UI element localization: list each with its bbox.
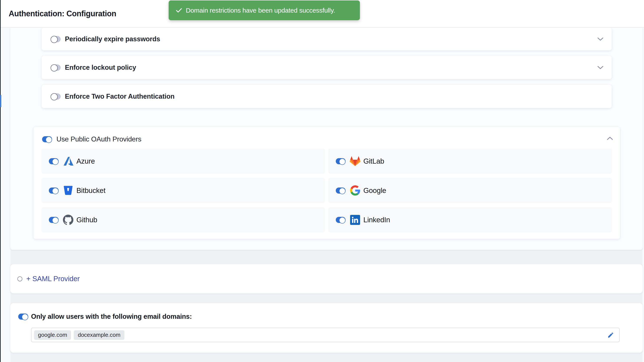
provider-row-linkedin[interactable]: LinkedIn <box>328 207 612 232</box>
oauth-section-label: Use Public OAuth Providers <box>56 135 141 143</box>
toast-message: Domain restrictions have been updated su… <box>186 7 335 14</box>
sidebar-edge <box>0 0 1 362</box>
two-factor-toggle[interactable] <box>50 93 60 100</box>
setting-row-lockout-policy[interactable]: Enforce lockout policy <box>42 56 612 79</box>
github-icon <box>62 214 74 226</box>
lockout-policy-toggle[interactable] <box>50 65 60 71</box>
scroll-position-indicator[interactable] <box>0 95 1 107</box>
email-domains-header: Only allow users with the following emai… <box>18 313 192 320</box>
gitlab-icon <box>350 155 361 167</box>
email-domains-input[interactable]: google.com docexample.com <box>31 328 620 342</box>
success-toast: Domain restrictions have been updated su… <box>169 1 360 20</box>
setting-row-two-factor[interactable]: Enforce Two Factor Authentication <box>42 85 612 108</box>
saml-provider-card: + SAML Provider <box>10 264 642 293</box>
chevron-up-icon[interactable] <box>607 136 613 140</box>
email-domains-toggle[interactable] <box>18 313 28 320</box>
github-toggle[interactable] <box>49 217 58 223</box>
domain-tag: google.com <box>34 330 71 340</box>
expire-passwords-toggle[interactable] <box>50 36 60 42</box>
provider-row-gitlab[interactable]: GitLab <box>328 149 612 173</box>
pencil-icon <box>607 331 614 338</box>
provider-label: Azure <box>76 157 95 165</box>
edit-domains-button[interactable] <box>607 331 614 338</box>
chevron-down-icon[interactable] <box>597 66 604 69</box>
domain-tag: docexample.com <box>74 330 124 340</box>
gitlab-toggle[interactable] <box>336 158 346 164</box>
oauth-provider-grid: Azure <box>42 149 612 232</box>
linkedin-toggle[interactable] <box>336 217 346 223</box>
settings-panel: Periodically expire passwords Enforce lo… <box>10 28 642 250</box>
oauth-providers-toggle[interactable] <box>42 136 52 142</box>
email-domains-card: Only allow users with the following emai… <box>10 303 642 353</box>
setting-label: Periodically expire passwords <box>65 35 160 43</box>
provider-row-github[interactable]: Github <box>42 207 325 232</box>
google-toggle[interactable] <box>336 188 346 194</box>
linkedin-icon <box>350 214 361 226</box>
oauth-providers-section: Use Public OAuth Providers <box>33 127 620 239</box>
setting-label: Enforce Two Factor Authentication <box>65 93 174 100</box>
provider-row-bitbucket[interactable]: Bitbucket <box>42 178 325 203</box>
authentication-configuration-page: Authentication: Configuration Domain res… <box>0 0 644 362</box>
provider-label: Google <box>363 187 386 195</box>
provider-row-azure[interactable]: Azure <box>42 149 325 173</box>
setting-row-expire-passwords[interactable]: Periodically expire passwords <box>42 28 612 50</box>
saml-radio[interactable] <box>17 276 22 281</box>
email-domains-label: Only allow users with the following emai… <box>31 313 192 320</box>
right-gutter <box>642 28 644 362</box>
oauth-section-header: Use Public OAuth Providers <box>42 135 600 143</box>
left-gutter <box>1 28 10 362</box>
provider-label: LinkedIn <box>363 216 390 224</box>
google-icon <box>350 185 361 196</box>
chevron-down-icon[interactable] <box>597 37 604 41</box>
provider-row-google[interactable]: Google <box>328 178 612 203</box>
azure-icon <box>62 155 74 167</box>
provider-label: Bitbucket <box>76 187 106 195</box>
setting-label: Enforce lockout policy <box>65 64 136 72</box>
provider-label: GitLab <box>363 157 384 165</box>
check-icon <box>176 8 182 13</box>
bitbucket-toggle[interactable] <box>49 188 58 194</box>
azure-toggle[interactable] <box>49 158 58 164</box>
add-saml-provider-link[interactable]: + SAML Provider <box>26 275 80 283</box>
bitbucket-icon <box>62 185 74 196</box>
page-title: Authentication: Configuration <box>9 0 116 27</box>
provider-label: Github <box>76 216 97 224</box>
